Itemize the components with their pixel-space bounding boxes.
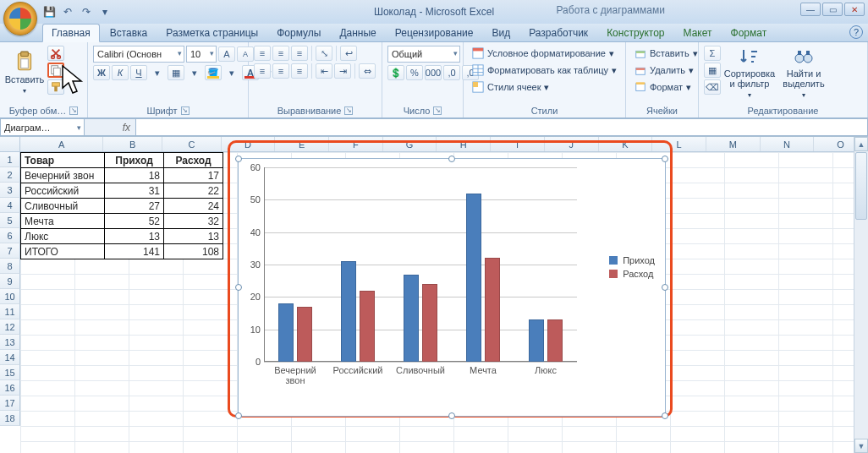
worksheet[interactable]: ABCDEFGHIJKLMNO 123456789101112131415161… [0,137,868,453]
row-header[interactable]: 12 [0,319,20,335]
underline-button[interactable]: Ч [130,65,147,80]
data-cell[interactable]: Сливочный [21,199,105,214]
help-icon[interactable]: ? [849,25,863,39]
name-box[interactable]: Диаграм… [0,118,85,136]
row-header[interactable]: 7 [0,243,20,259]
grow-font-button[interactable]: A [218,46,235,62]
tab-вставка[interactable]: Вставка [102,25,157,41]
select-all-corner[interactable] [0,137,20,151]
format-cells-button[interactable]: Формат▾ [631,79,695,95]
launcher-icon[interactable]: ↘ [344,106,353,115]
row-header[interactable]: 14 [0,350,20,365]
font-name-combo[interactable]: Calibri (Основн [93,46,184,63]
merge-center-button[interactable]: ⇔ [359,63,376,79]
row-header[interactable]: 13 [0,335,20,350]
data-cell[interactable]: 108 [164,244,223,259]
tab-вид[interactable]: Вид [483,25,519,41]
close-button[interactable]: ✕ [844,3,865,16]
restore-button[interactable]: ▭ [822,3,843,16]
cut-button[interactable] [47,46,64,61]
row-header[interactable]: 17 [0,396,20,411]
header-cell[interactable]: Товар [21,153,105,168]
number-format-combo[interactable]: Общий [387,46,460,63]
tab-макет[interactable]: Макет [675,25,721,41]
bar-Приход[interactable] [341,261,356,362]
formula-input[interactable] [135,118,868,136]
align-left-button[interactable]: ≡ [254,63,271,79]
align-center-button[interactable]: ≡ [272,63,289,79]
data-cell[interactable]: 13 [105,229,164,244]
chart-plot-area[interactable]: 0102030405060Вечерний звонРоссийскийСлив… [264,167,577,362]
undo-icon[interactable]: ↶ [61,5,74,19]
font-size-combo[interactable]: 10 [186,46,217,63]
row-header[interactable]: 9 [0,274,20,289]
data-cell[interactable]: 32 [164,214,223,229]
tab-разметка страницы[interactable]: Разметка страницы [157,25,266,41]
chart-object[interactable]: 0102030405060Вечерний звонРоссийскийСлив… [238,158,666,417]
align-bottom-button[interactable]: ≡ [291,46,308,61]
row-header[interactable]: 8 [0,259,20,274]
comma-button[interactable]: 000 [425,65,442,80]
minimize-button[interactable]: — [800,3,821,16]
data-cell[interactable]: Люкс [21,229,105,244]
increase-decimal-button[interactable]: ,0 [443,65,460,80]
launcher-icon[interactable]: ↘ [69,106,78,115]
chart-legend[interactable]: ПриходРасход [609,252,655,282]
bold-button[interactable]: Ж [93,65,110,80]
row-header[interactable]: 10 [0,289,20,304]
row-header[interactable]: 16 [0,380,20,396]
bar-Приход[interactable] [404,275,419,363]
data-cell[interactable]: 13 [164,229,223,244]
data-cell[interactable]: 31 [105,183,164,199]
clear-button[interactable]: ⌫ [704,79,721,95]
wrap-text-button[interactable]: ↩ [340,46,357,61]
fx-icon[interactable]: fx [123,122,130,134]
row-header[interactable]: 5 [0,213,20,228]
column-header[interactable]: C [162,137,222,151]
bar-Приход[interactable] [466,194,481,362]
paste-button[interactable]: Вставить ▾ [5,46,44,101]
launcher-icon[interactable]: ↘ [433,106,442,115]
row-header[interactable]: 11 [0,304,20,319]
bar-Расход[interactable] [297,307,312,362]
row-header[interactable]: 4 [0,198,20,213]
row-header[interactable]: 3 [0,183,20,198]
data-cell[interactable]: 27 [105,199,164,214]
insert-cells-button[interactable]: Вставить▾ [631,46,701,61]
legend-item[interactable]: Приход [609,255,655,265]
office-button[interactable] [3,2,37,35]
tab-главная[interactable]: Главная [42,24,100,42]
column-header[interactable]: M [706,137,761,151]
qat-dropdown-icon[interactable]: ▾ [98,5,112,19]
redo-icon[interactable]: ↷ [80,5,93,19]
tab-рецензирование[interactable]: Рецензирование [387,25,482,41]
tab-разработчик[interactable]: Разработчик [520,25,596,41]
copy-button[interactable] [47,63,64,78]
row-header[interactable]: 15 [0,365,20,380]
borders-button[interactable]: ▦ [168,65,184,80]
data-cell[interactable]: 24 [164,199,223,214]
decrease-indent-button[interactable]: ⇤ [316,63,332,79]
align-middle-button[interactable]: ≡ [272,46,289,61]
align-right-button[interactable]: ≡ [291,63,308,79]
column-header[interactable]: B [103,137,162,151]
accounting-button[interactable]: 💲 [387,65,404,80]
tab-формулы[interactable]: Формулы [268,25,329,41]
conditional-formatting-button[interactable]: Условное форматирование▾ [469,46,618,61]
format-as-table-button[interactable]: Форматировать как таблицу▾ [469,63,620,78]
find-select-button[interactable]: Найти и выделить▾ [778,46,829,101]
column-header[interactable]: N [761,137,815,151]
data-cell[interactable]: 18 [105,168,164,183]
legend-item[interactable]: Расход [609,269,655,279]
save-icon[interactable]: 💾 [42,5,56,19]
launcher-icon[interactable]: ↘ [181,106,190,115]
orientation-button[interactable]: ⤡ [316,46,332,61]
bar-Приход[interactable] [278,303,294,362]
vertical-scrollbar[interactable]: ▲ ▼ [854,137,868,453]
row-header[interactable]: 1 [0,152,20,167]
fill-button[interactable]: ▦ [704,63,721,78]
tab-данные[interactable]: Данные [331,25,384,41]
data-cell[interactable]: Вечерний звон [21,168,105,183]
tab-конструктор[interactable]: Конструктор [598,25,673,41]
row-header[interactable]: 18 [0,411,20,426]
